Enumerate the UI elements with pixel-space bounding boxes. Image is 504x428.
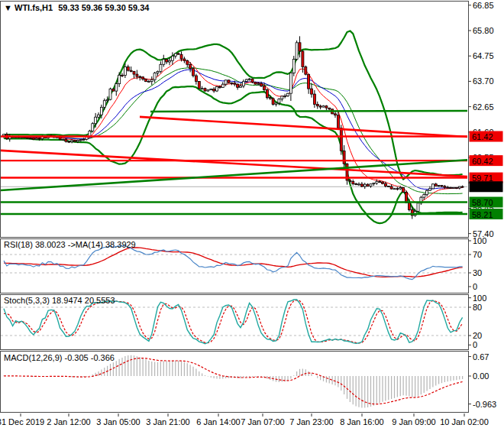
- candle-body: [405, 193, 408, 203]
- time-tick-label: 10 Jan 02:00: [440, 417, 489, 426]
- candle-body: [438, 186, 440, 186]
- candle-body: [360, 184, 363, 186]
- candle-body: [139, 76, 141, 77]
- candle-body: [275, 103, 277, 105]
- candle-body: [171, 56, 173, 60]
- candle-body: [195, 76, 197, 82]
- time-tick-label: 7 Jan 23:00: [289, 417, 334, 426]
- candle-body: [313, 94, 315, 104]
- candle-body: [118, 75, 121, 83]
- candle-body: [186, 60, 189, 64]
- candle-body: [370, 184, 372, 186]
- candle-body: [260, 83, 263, 86]
- candle-body: [287, 93, 289, 96]
- candle-body: [103, 101, 105, 108]
- time-tick-label: 31 Dec 2019: [0, 417, 44, 426]
- candle-body: [242, 82, 244, 86]
- candle-body: [269, 98, 271, 99]
- time-axis[interactable]: 31 Dec 20192 Jan 12:003 Jan 05:003 Jan 2…: [0, 413, 489, 426]
- candle-body: [74, 141, 76, 141]
- candle-body: [180, 54, 183, 59]
- candle-body: [166, 60, 168, 62]
- candle-body: [62, 139, 64, 140]
- candle-body: [417, 203, 419, 212]
- candle-body: [136, 74, 138, 76]
- trend-support-line[interactable]: [150, 111, 468, 112]
- rsi-axis-label: 70: [473, 250, 482, 259]
- candle-body: [254, 83, 257, 84]
- stoch-caption: Stoch(5,3,3) 18.9474 20.5553: [4, 296, 115, 305]
- candle-body: [183, 59, 186, 60]
- candle-body: [71, 141, 73, 142]
- stoch-axis-label: 20: [473, 331, 482, 340]
- candle-body: [402, 188, 405, 193]
- candle-body: [367, 184, 369, 186]
- candle-body: [153, 73, 156, 80]
- candle-body: [302, 51, 304, 66]
- candle-body: [393, 189, 396, 190]
- price-tick-label: 62.65: [473, 102, 494, 112]
- candle-body: [225, 80, 227, 84]
- symbol-name: WTI.fs,H1: [15, 3, 53, 12]
- candle-body: [384, 183, 386, 186]
- candle-body: [435, 184, 437, 186]
- candle-body: [299, 43, 301, 51]
- candle-body: [201, 89, 203, 89]
- macd-axis-label: -0.963: [473, 400, 496, 409]
- rsi-axis-label: 100: [473, 236, 486, 245]
- candle-body: [423, 195, 425, 198]
- candle-body: [133, 71, 135, 74]
- collapse-arrow-icon[interactable]: ▼: [4, 3, 12, 12]
- price-axis[interactable]: 66.8565.8064.7563.7062.6561.6060.5559.50…: [468, 1, 503, 409]
- macd-caption: MACD(12,26,9) -0.305 -0.366: [4, 353, 115, 362]
- candle-body: [147, 81, 150, 82]
- candle-body: [216, 87, 218, 92]
- candle-body: [453, 187, 455, 188]
- candle-body: [387, 186, 389, 187]
- candle-body: [177, 54, 179, 54]
- candle-body: [266, 90, 268, 98]
- candle-body: [305, 66, 307, 74]
- candle-body: [38, 138, 40, 139]
- candle-body: [396, 189, 399, 190]
- candle-body: [68, 141, 70, 142]
- macd-axis-label: 0.00: [473, 371, 489, 381]
- candle-body: [95, 117, 97, 124]
- candle-body: [204, 89, 206, 91]
- candle-body: [98, 115, 100, 117]
- candle-body: [221, 84, 224, 87]
- candle-body: [228, 80, 230, 83]
- price-tick-label: 66.85: [473, 1, 494, 10]
- chart-canvas: 66.8565.8064.7563.7062.6561.6060.5559.50…: [0, 0, 504, 428]
- candle-body: [3, 135, 5, 136]
- candle-body: [325, 106, 328, 109]
- candle-body: [142, 77, 144, 79]
- candle-body: [127, 66, 129, 70]
- candle-body: [234, 83, 236, 84]
- candle-body: [251, 79, 254, 83]
- candle-body: [130, 70, 132, 71]
- candle-body: [121, 75, 124, 76]
- candle-body: [296, 43, 298, 60]
- candle-body: [352, 182, 354, 184]
- stoch-axis-label: 80: [473, 303, 482, 312]
- candle-body: [240, 86, 242, 87]
- candle-body: [82, 139, 85, 140]
- price-tick-label: 63.70: [473, 76, 494, 86]
- candle-body: [319, 106, 321, 107]
- candle-body: [450, 188, 452, 189]
- candle-body: [112, 89, 115, 91]
- candle-body: [115, 84, 118, 92]
- candle-body: [379, 182, 381, 183]
- candle-body: [349, 180, 351, 181]
- candle-body: [210, 89, 212, 89]
- price-tick-label: 64.75: [473, 51, 494, 60]
- time-tick-label: 8 Jan 16:00: [340, 417, 384, 426]
- candle-body: [334, 114, 337, 115]
- price-level-label-text: 58.70: [472, 198, 493, 207]
- candle-body: [399, 188, 402, 190]
- time-tick-label: 6 Jan 14:00: [196, 417, 241, 426]
- candle-body: [458, 186, 460, 188]
- candle-body: [408, 203, 410, 209]
- candle-body: [106, 99, 108, 100]
